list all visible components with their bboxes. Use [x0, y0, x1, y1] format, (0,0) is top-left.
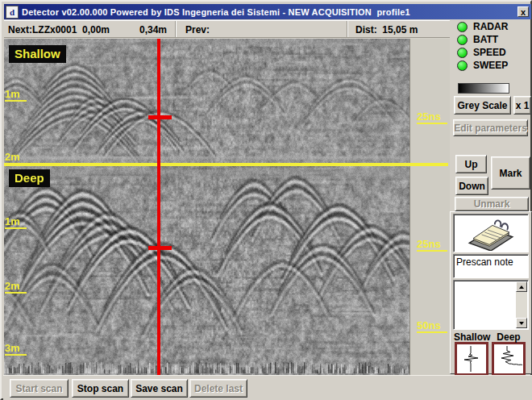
shallow-time-mark-25ns: 25ns [417, 111, 447, 124]
trace-thumbnails: Shallow Deep [452, 331, 531, 373]
stop-scan-button[interactable]: Stop scan [72, 379, 129, 398]
notepad-icon [465, 215, 517, 251]
next-value-2: 0,34m [139, 24, 167, 35]
shallow-depth-mark-2m: 2m [5, 152, 27, 165]
led-radar-icon [457, 22, 468, 32]
zoom-x1-button[interactable]: x 1 [513, 96, 531, 115]
shallow-trace-label: Shallow [454, 331, 489, 342]
scroll-down-button[interactable] [516, 318, 527, 328]
led-label: BATT [473, 34, 498, 45]
led-label: SPEED [473, 47, 506, 58]
led-sweep-icon [457, 60, 468, 71]
scan-cursor-line[interactable] [157, 39, 160, 375]
panel-divider-line [4, 163, 448, 166]
note-text-area[interactable] [453, 280, 529, 330]
shallow-panel-label: Shallow [9, 45, 66, 63]
save-scan-button[interactable]: Save scan [131, 379, 188, 398]
app-icon-letter: d [10, 7, 15, 17]
next-label: Next:LZZx0001 [8, 24, 77, 35]
app-icon: d [6, 6, 19, 19]
prescan-icon-panel [453, 214, 529, 252]
deep-depth-mark-1m: 1m [5, 216, 27, 229]
deep-time-mark-50ns: 50ns [417, 320, 447, 333]
prescan-note-text: Prescan note [456, 256, 513, 268]
delete-last-button[interactable]: Delete last [189, 379, 247, 398]
led-batt-icon [457, 35, 468, 45]
shallow-trace-thumb: Shallow [454, 331, 489, 376]
info-bar: Next:LZZx0001 0,00m 0,34m Prev: Dist: 15… [4, 20, 450, 38]
distance-label: Dist: 15,05 m [355, 24, 418, 35]
grey-scale-button[interactable]: Grey Scale [454, 96, 511, 115]
shallow-trace-box [455, 342, 488, 376]
deep-waveform-icon [494, 344, 523, 373]
greyscale-gradient-bar [458, 83, 509, 94]
deep-depth-mark-2m: 2m [5, 281, 27, 294]
note-scrollbar[interactable] [516, 281, 527, 328]
mark-button[interactable]: Mark [491, 156, 530, 190]
status-led-sweep: SWEEP [457, 60, 508, 71]
deep-trace-label: Deep [491, 331, 526, 342]
shallow-depth-mark-1m: 1m [5, 89, 27, 102]
deep-depth-mark-3m: 3m [5, 343, 27, 356]
close-button[interactable]: x [517, 6, 529, 17]
app-window: d Detector v02.00.000 Powered by IDS Ing… [0, 0, 532, 400]
down-button[interactable]: Down [455, 177, 488, 195]
window-title: Detector v02.00.000 Powered by IDS Ingeg… [22, 7, 410, 17]
deep-time-mark-25ns: 25ns [417, 239, 447, 252]
deep-panel-label: Deep [9, 169, 50, 187]
next-scan-cell: Next:LZZx0001 0,00m 0,34m [4, 21, 176, 37]
led-speed-icon [457, 48, 468, 58]
prev-label: Prev: [185, 24, 210, 35]
scroll-down-icon [519, 322, 524, 325]
up-button[interactable]: Up [455, 155, 487, 173]
status-led-speed: SPEED [457, 47, 506, 58]
prescan-note-field[interactable]: Prescan note [453, 254, 529, 278]
unmark-button[interactable]: Unmark [455, 197, 529, 211]
edit-parameters-button[interactable]: Edit parameters [453, 119, 528, 136]
status-led-radar: RADAR [457, 21, 508, 32]
deep-trace-box [492, 342, 526, 376]
deep-trace-thumb: Deep [491, 331, 526, 376]
scroll-up-icon [519, 285, 524, 289]
led-label: SWEEP [473, 60, 508, 71]
scroll-up-button[interactable] [516, 281, 527, 292]
next-value-1: 0,00m [82, 24, 110, 35]
shallow-cursor-tick [148, 115, 172, 119]
status-led-batt: BATT [457, 34, 498, 45]
shallow-waveform-icon [457, 344, 486, 373]
deep-radargram [4, 166, 409, 375]
prev-scan-cell: Prev: [176, 21, 347, 37]
led-label: RADAR [473, 21, 508, 32]
title-bar: d Detector v02.00.000 Powered by IDS Ing… [4, 4, 531, 19]
note-group: Prescan note Shallow Deep [450, 211, 532, 374]
scan-area: Shallow Deep 1m2m25ns1m2m3m25ns50ns [4, 39, 450, 375]
start-scan-button[interactable]: Start scan [10, 379, 69, 398]
deep-cursor-tick [148, 246, 172, 250]
distance-cell: Dist: 15,05 m [347, 21, 450, 37]
